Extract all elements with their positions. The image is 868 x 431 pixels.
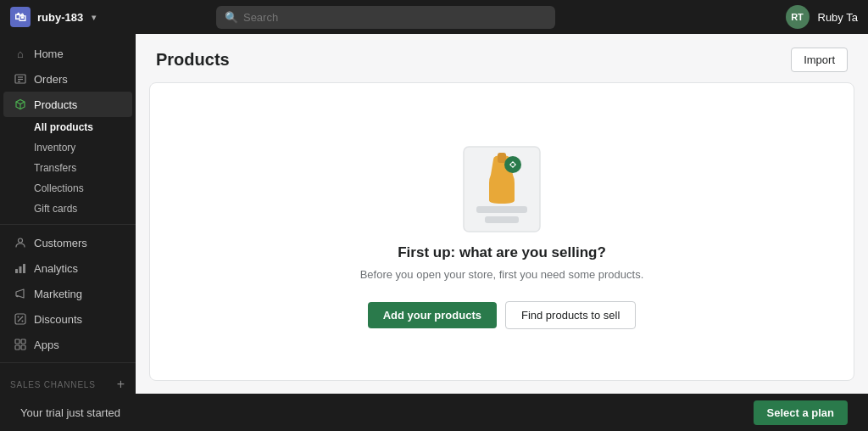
- store-name: ruby-183: [37, 11, 83, 24]
- sidebar-label-analytics: Analytics: [34, 262, 78, 275]
- sidebar-item-apps[interactable]: Apps: [3, 332, 132, 357]
- sidebar-sub-gift-cards[interactable]: Gift cards: [3, 199, 132, 219]
- sidebar-item-customers[interactable]: Customers: [3, 230, 132, 255]
- sales-channels-label: SALES CHANNELS +: [0, 368, 136, 394]
- layout: ⌂ Home Orders Products All products Inve…: [0, 34, 868, 394]
- svg-rect-27: [498, 153, 506, 163]
- sidebar-sub-collections[interactable]: Collections: [3, 178, 132, 199]
- svg-point-12: [22, 321, 24, 322]
- svg-point-5: [19, 238, 23, 243]
- svg-rect-13: [15, 339, 19, 344]
- discounts-icon: [14, 312, 27, 326]
- svg-rect-7: [19, 266, 22, 273]
- avatar: RT: [786, 5, 810, 29]
- store-dropdown-arrow[interactable]: ▾: [92, 13, 96, 22]
- promo-title: First up: what are you selling?: [398, 244, 606, 261]
- products-icon: [14, 98, 27, 111]
- sidebar-label-customers: Customers: [34, 237, 87, 249]
- svg-rect-26: [485, 216, 519, 223]
- select-plan-button[interactable]: Select a plan: [754, 400, 848, 425]
- product-illustration: [447, 134, 557, 244]
- sidebar-item-analytics[interactable]: Analytics: [3, 255, 132, 281]
- page-header: Products Import: [136, 34, 868, 82]
- sidebar: ⌂ Home Orders Products All products Inve…: [0, 34, 136, 394]
- customers-icon: [14, 236, 27, 249]
- add-sales-channel-button[interactable]: +: [117, 377, 125, 392]
- sidebar-item-discounts[interactable]: Discounts: [3, 306, 132, 332]
- sidebar-item-marketing[interactable]: Marketing: [3, 281, 132, 306]
- sidebar-divider-1: [0, 224, 136, 225]
- topbar-right: RT Ruby Ta: [786, 5, 858, 29]
- sidebar-sub-all-products[interactable]: All products: [3, 117, 132, 137]
- sidebar-divider-2: [0, 362, 136, 363]
- sidebar-item-products[interactable]: Products: [3, 92, 132, 117]
- orders-icon: [14, 72, 27, 86]
- sidebar-sub-inventory[interactable]: Inventory: [3, 137, 132, 158]
- main-content: Products Import: [136, 34, 868, 394]
- trial-text: Your trial just started: [20, 406, 120, 419]
- add-products-button[interactable]: Add your products: [368, 302, 497, 328]
- promo-subtitle: Before you open your store, first you ne…: [360, 268, 644, 281]
- svg-rect-16: [21, 345, 25, 350]
- search-input[interactable]: [216, 6, 555, 29]
- sidebar-item-orders[interactable]: Orders: [3, 66, 132, 92]
- store-logo[interactable]: 🛍 ruby-183 ▾: [10, 7, 96, 27]
- sidebar-label-discounts: Discounts: [34, 313, 82, 326]
- svg-rect-6: [15, 269, 18, 273]
- sidebar-label-products: Products: [34, 98, 77, 111]
- sidebar-label-apps: Apps: [34, 339, 59, 351]
- svg-point-11: [18, 316, 19, 318]
- find-products-button[interactable]: Find products to sell: [505, 301, 636, 329]
- svg-rect-15: [15, 345, 19, 350]
- promo-actions: Add your products Find products to sell: [368, 301, 637, 329]
- svg-rect-8: [23, 264, 25, 273]
- svg-point-29: [511, 163, 515, 166]
- sidebar-item-home[interactable]: ⌂ Home: [3, 41, 132, 66]
- svg-rect-14: [21, 339, 25, 344]
- shopify-icon: 🛍: [10, 7, 31, 27]
- search-bar: 🔍: [216, 6, 555, 29]
- page-title: Products: [156, 50, 230, 70]
- sidebar-label-marketing: Marketing: [34, 288, 82, 300]
- analytics-icon: [14, 261, 27, 275]
- apps-icon: [14, 338, 27, 351]
- sidebar-label-orders: Orders: [34, 73, 68, 86]
- topbar: 🛍 ruby-183 ▾ 🔍 RT Ruby Ta: [0, 0, 868, 34]
- home-icon: ⌂: [14, 47, 27, 60]
- sidebar-label-home: Home: [34, 48, 64, 60]
- marketing-icon: [14, 287, 27, 300]
- sidebar-sub-transfers[interactable]: Transfers: [3, 158, 132, 178]
- svg-rect-25: [476, 206, 527, 213]
- import-button[interactable]: Import: [791, 48, 848, 72]
- search-icon: 🔍: [225, 11, 238, 24]
- user-name: Ruby Ta: [818, 11, 858, 24]
- bottom-bar: Your trial just started Select a plan: [0, 394, 868, 431]
- products-empty-state: First up: what are you selling? Before y…: [149, 82, 854, 381]
